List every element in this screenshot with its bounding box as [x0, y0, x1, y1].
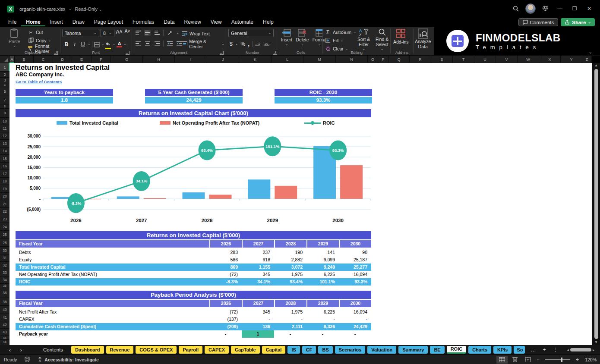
kpi-value[interactable]: 24,429	[145, 97, 243, 104]
table-header-label[interactable]: Fiscal Year	[16, 300, 209, 307]
bold-button[interactable]: B	[63, 41, 70, 47]
row-label[interactable]: Debts	[16, 249, 209, 256]
align-top-icon[interactable]	[135, 30, 141, 36]
cell[interactable]: (137)	[209, 316, 242, 323]
row-header-9[interactable]: 9	[0, 109, 9, 118]
row-header-11[interactable]: 11	[0, 125, 9, 132]
zoom-in-button[interactable]: +	[575, 357, 580, 363]
align-left-icon[interactable]	[135, 41, 141, 47]
delete-cells-button[interactable]: Delete ⌄	[296, 29, 309, 46]
table-header-label[interactable]: Fiscal Year	[16, 240, 209, 248]
scroll-right-icon[interactable]: ▸	[591, 348, 596, 352]
row-header-17[interactable]: 17	[0, 170, 9, 178]
sheet-tab-charts[interactable]: Charts	[468, 346, 491, 354]
column-header-T[interactable]: T	[453, 56, 474, 63]
sort-filter-button[interactable]: AZ Sort & Filter⌄	[357, 28, 370, 51]
column-header-W[interactable]: W	[518, 56, 539, 63]
sheet-canvas[interactable]: Returns on Invested Capital ABC Company …	[9, 63, 592, 345]
row-header-43[interactable]: 43	[0, 329, 9, 336]
cell[interactable]: 93.4%	[274, 278, 306, 286]
chevron-down-icon[interactable]: ⌄	[101, 43, 104, 46]
cell[interactable]: 283	[209, 249, 242, 256]
row-header-31[interactable]: 31	[0, 254, 9, 262]
normal-view-button[interactable]	[496, 356, 508, 364]
cell[interactable]: 6,225	[306, 271, 339, 278]
cell[interactable]: 141	[306, 249, 339, 256]
align-center-icon[interactable]	[144, 41, 151, 47]
read-only-label[interactable]: Read-Only	[75, 6, 98, 12]
row-header-22[interactable]: 22	[0, 208, 9, 215]
cell[interactable]: -8.3%	[209, 278, 242, 286]
row-label[interactable]: Total Invested Capital	[16, 264, 209, 271]
column-header-Y[interactable]: Y	[561, 56, 582, 63]
select-all-corner[interactable]	[0, 56, 9, 63]
premium-diamond-icon[interactable]	[538, 0, 553, 17]
sheet-options-icon[interactable]: ⋮	[549, 347, 561, 353]
column-header-G[interactable]: G	[111, 56, 143, 63]
zoom-slider[interactable]	[545, 359, 570, 360]
font-color-button[interactable]: A	[117, 42, 122, 47]
column-header-S[interactable]: S	[431, 56, 453, 63]
chevron-down-icon[interactable]: ⌄	[88, 43, 91, 46]
row-header-18[interactable]: 18	[0, 178, 9, 185]
column-header-X[interactable]: X	[539, 56, 561, 63]
chevron-down-icon[interactable]: ⌄	[235, 42, 238, 46]
cell[interactable]: 6,225	[306, 308, 339, 316]
row-header-16[interactable]: 16	[0, 163, 9, 170]
cell[interactable]: 345	[242, 271, 274, 278]
menu-formulas[interactable]: Formulas	[128, 18, 159, 26]
share-button[interactable]: Share ⌄	[561, 18, 595, 26]
kpi-value[interactable]: 93.3%	[275, 97, 372, 104]
sheet-tab-is[interactable]: IS	[287, 346, 300, 354]
cell[interactable]: 1	[242, 330, 274, 338]
column-header-J[interactable]: J	[207, 56, 239, 63]
row-label[interactable]: Net Operating Profit After Tax (NOPAT)	[16, 271, 209, 278]
next-sheet-arrow[interactable]: ›	[16, 347, 27, 353]
accessibility-status[interactable]: Accessibility: Investigate	[34, 357, 102, 362]
vertical-scrollbar[interactable]: ▲ ▼	[592, 63, 600, 345]
cell[interactable]: 869	[209, 264, 242, 271]
cell[interactable]: 1,975	[274, 308, 306, 316]
table-header-year[interactable]: 2030	[339, 300, 371, 307]
row-header-32[interactable]: 32	[0, 262, 9, 269]
sheet-tab-revenue[interactable]: Revenue	[106, 346, 134, 354]
table-header-year[interactable]: 2028	[274, 300, 306, 307]
table-of-contents-link[interactable]: Go to Table of Contents	[16, 79, 62, 84]
row-label[interactable]: Equity	[16, 256, 209, 264]
comments-button[interactable]: Comments	[518, 18, 559, 26]
row-header-34[interactable]: 34	[0, 276, 9, 284]
wrap-text-button[interactable]: Wrap Text	[181, 30, 210, 37]
table-header-year[interactable]: 2029	[306, 240, 339, 248]
sheet-tab-cogs-opex[interactable]: COGS & OPEX	[136, 346, 177, 354]
row-label[interactable]: Payback year	[16, 330, 209, 338]
italic-button[interactable]: I	[71, 41, 78, 48]
sheet-tab-be[interactable]: BE	[430, 346, 444, 354]
menu-help[interactable]: Help	[258, 18, 278, 26]
row-header-8[interactable]: 8	[0, 104, 9, 109]
column-header-L[interactable]: L	[272, 56, 303, 63]
find-select-button[interactable]: Find & Select⌄	[376, 28, 388, 51]
cell[interactable]: -	[306, 330, 339, 338]
trust-shield-icon[interactable]	[21, 357, 34, 362]
cell[interactable]: 101.1%	[306, 278, 339, 286]
increase-decimal-icon[interactable]: ←.0	[255, 41, 262, 47]
cut-button[interactable]: ✂Cut	[28, 28, 59, 36]
addins-button[interactable]: Add-ins	[393, 28, 409, 44]
row-header-40[interactable]: 40	[0, 306, 9, 314]
column-header-Q[interactable]: Q	[388, 56, 410, 63]
decrease-indent-icon[interactable]	[167, 41, 173, 47]
row-label[interactable]: Cumulative Cash Generated (Spent)	[16, 323, 209, 330]
row-header-20[interactable]: 20	[0, 193, 9, 200]
row-header-30[interactable]: 30	[0, 247, 9, 254]
cell[interactable]: (72)	[209, 271, 242, 278]
sheet-tab-so[interactable]: So	[514, 346, 525, 354]
borders-button[interactable]	[94, 41, 100, 47]
column-header-O[interactable]: O	[368, 56, 378, 63]
sheet-tab-kpis[interactable]: KPIs	[493, 346, 512, 354]
column-header-U[interactable]: U	[474, 56, 496, 63]
cell[interactable]: 8,336	[306, 323, 339, 330]
menu-draw[interactable]: Draw	[68, 18, 89, 26]
row-header-7[interactable]: 7	[0, 96, 9, 104]
column-header-V[interactable]: V	[496, 56, 518, 63]
menu-data[interactable]: Data	[159, 18, 179, 26]
